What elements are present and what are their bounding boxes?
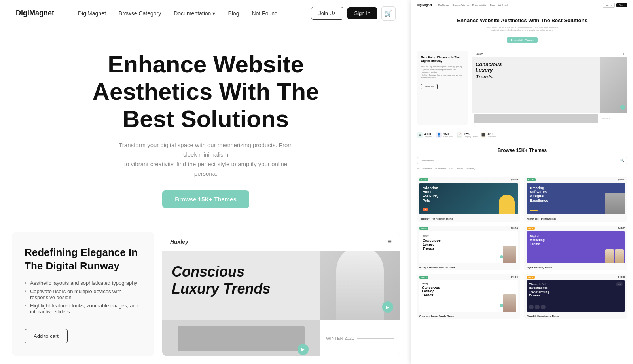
theme-card-agency[interactable]: Best Fit $49.00 CreatingSoftwares& Digit… xyxy=(524,177,627,222)
mini-stat-4k: ⬛ 4K+ Templates xyxy=(481,132,496,138)
mini-browse-section: Browse 15K+ Themes 🔍 All WordPress eComm… xyxy=(411,142,633,177)
mini-navigation: DigiMagnet DigiMagnet Browse Category Do… xyxy=(411,0,633,10)
feature-item: Aesthetic layouts and sophisticated typo… xyxy=(25,280,142,286)
theme-badge: Best Fit xyxy=(419,227,428,230)
stat-4k-num: 4K+ xyxy=(488,132,496,136)
mini-join-button[interactable]: Join Us xyxy=(603,3,615,8)
mini-browse-button[interactable]: Browse 15K+ Themes xyxy=(507,37,537,43)
mini-signin-button[interactable]: Sign In xyxy=(616,3,627,7)
mini-preview-bottom: WINTER 2021 —— xyxy=(472,113,627,125)
users-icon: 👤 xyxy=(436,132,442,138)
nav-link-browse[interactable]: Browse Category xyxy=(119,10,161,17)
theme-price: $49.00 xyxy=(618,178,625,181)
main-website-panel: DigiMagnet DigiMagnet Browse Category Do… xyxy=(0,0,411,364)
theme-name: Agency Pro – Digital Agency xyxy=(524,217,627,222)
chevron-down-icon: ▾ xyxy=(212,10,215,17)
join-us-button[interactable]: Join Us xyxy=(311,7,343,20)
theme-name: Conscious Luxury Trends Theme xyxy=(417,314,520,319)
mini-stats-row: ⊞ 4000+ Templates 👤 1M+ Active Users 📈 9… xyxy=(411,128,633,142)
add-to-cart-button[interactable]: Add to cart xyxy=(25,329,68,343)
filter-cms[interactable]: CMS xyxy=(449,167,453,170)
stat-users-num: 1M+ xyxy=(443,132,453,136)
cart-icon: 🛒 xyxy=(385,9,392,17)
luxury-dot xyxy=(500,304,503,307)
play-button[interactable]: ▶ xyxy=(298,344,309,355)
stat-growth-num: 92% xyxy=(464,132,478,136)
browse-themes-button[interactable]: Browse 15K+ Themes xyxy=(162,190,249,208)
mini-preview-card: Huxley ≡ ConsciousLuxuryTrends WINTER 20… xyxy=(472,51,627,125)
mini-stat-templates: ⊞ 4000+ Templates xyxy=(417,132,433,138)
portfolio-title: ConsciousLuxuryTrends xyxy=(423,239,515,250)
content-row: Redefining Elegance In The Digital Runwa… xyxy=(0,224,411,364)
mini-search-bar[interactable]: 🔍 xyxy=(417,157,627,164)
feature-item: Captivate users on multiple devices with… xyxy=(25,288,142,300)
hero-title: Enhance Website Aesthetics With The Best… xyxy=(67,51,344,133)
investment-badge: 120+ xyxy=(616,282,623,286)
mini-preview-body: ConsciousLuxuryTrends xyxy=(472,57,627,113)
mini-stat-growth: 📈 92% Company Growth xyxy=(457,132,478,138)
mini-feature: Captivate users on multiple devices with… xyxy=(421,68,464,73)
filter-beauty[interactable]: Beauty xyxy=(457,167,463,170)
mini-nav-actions: Join Us Sign In xyxy=(603,3,627,8)
mini-feature: Highlight featured looks, zoomable image… xyxy=(421,74,464,79)
theme-card-marketing[interactable]: Sale 2! $49.00 DigitalMarketingTheme Dig… xyxy=(524,226,627,270)
preview-person-image: ▶ xyxy=(320,251,400,320)
theme-preview-card: Huxley ≡ ConsciousLuxury Trends ▶ xyxy=(162,232,400,356)
nav-link-blog[interactable]: Blog xyxy=(228,10,239,17)
nav-link-documentation[interactable]: Documentation ▾ xyxy=(174,10,215,17)
nav-link-digimagnet[interactable]: DigiMagnet xyxy=(78,10,106,17)
sign-in-button[interactable]: Sign In xyxy=(347,7,377,19)
theme-price: $49.00 xyxy=(511,178,518,181)
mini-menu-icon: ≡ xyxy=(623,53,624,55)
mini-link: Not Found xyxy=(498,4,508,6)
theme-badge: Best Fit xyxy=(419,178,428,181)
filter-pharmacy[interactable]: Pharmacy xyxy=(466,167,475,170)
nav-link-notfound[interactable]: Not Found xyxy=(252,10,277,17)
investment-icons xyxy=(529,305,546,309)
preview-bottom-row: ▶ WINTER 2021 xyxy=(162,320,400,356)
mini-theme-grid: Best Fit $49.00 AdoptionHomeFor FurryPet… xyxy=(411,177,633,270)
cart-button[interactable]: 🛒 xyxy=(381,6,396,21)
stat-users-label: Active Users xyxy=(443,136,453,138)
preview-brand: Huxley xyxy=(170,239,188,245)
theme-badge: Best Fit xyxy=(527,178,536,181)
pet-adoption-preview: AdoptionHomeFor FurryPets 🏠 xyxy=(419,183,518,214)
nav-logo: DigiMagnet xyxy=(16,9,54,17)
stat-templates-num: 4000+ xyxy=(424,132,433,136)
mini-preview-person xyxy=(600,57,627,113)
theme-card-header: Best Fit $49.00 xyxy=(417,177,520,183)
filter-wordpress[interactable]: WordPress xyxy=(423,167,432,170)
mini-teal-dot xyxy=(620,105,625,110)
theme-price: $49.00 xyxy=(618,227,625,229)
right-thumbnail-panel: DigiMagnet DigiMagnet Browse Category Do… xyxy=(411,0,633,364)
preview-season: WINTER 2021 xyxy=(326,336,394,341)
theme-price: $49.00 xyxy=(618,276,625,278)
mini-theme-grid-row2: Best Fit $49.00 Huxley ConsciousLuxuryTr… xyxy=(411,274,633,319)
theme-price: $49.00 xyxy=(511,276,518,278)
luxury-person xyxy=(503,294,516,312)
preview-body: ConsciousLuxury Trends ▶ xyxy=(162,251,400,320)
teal-circle-accent: ▶ xyxy=(382,301,393,313)
mini-video-thumb xyxy=(474,114,598,123)
investment-title: ThoughtfulInvestments,TransformingDreams xyxy=(529,282,623,298)
marketing-persons xyxy=(605,249,624,263)
theme-badge: Sale 2! xyxy=(527,276,535,279)
mini-add-cart-button[interactable]: Add to cart xyxy=(421,84,438,89)
stat-templates-label: Templates xyxy=(424,136,433,138)
filter-ecommerce[interactable]: eCommerce xyxy=(435,167,446,170)
agency-preview: CreatingSoftwares& DigitalExcellence xyxy=(527,183,625,214)
theme-card-pet[interactable]: Best Fit $49.00 AdoptionHomeFor FurryPet… xyxy=(417,177,520,222)
theme-card-investment[interactable]: Sale 2! $49.00 ThoughtfulInvestments,Tra… xyxy=(524,274,627,319)
theme-preview: AdoptionHomeFor FurryPets 🏠 xyxy=(419,183,518,214)
theme-preview: CreatingSoftwares& DigitalExcellence xyxy=(527,183,625,214)
theme-preview: DigitalMarketingTheme xyxy=(527,231,625,263)
marketing-title: DigitalMarketingTheme xyxy=(530,235,622,246)
theme-card-luxury[interactable]: Best Fit $49.00 Huxley ConsciousLuxuryTr… xyxy=(417,274,520,319)
theme-card-portfolio[interactable]: Best Fit $49.00 Huxley ConsciousLuxuryTr… xyxy=(417,226,520,270)
product-card-title: Redefining Elegance In The Digital Runwa… xyxy=(25,246,142,273)
product-features: Aesthetic layouts and sophisticated typo… xyxy=(25,280,142,317)
stat-4k-label: Templates xyxy=(488,136,496,138)
mini-search-input[interactable] xyxy=(421,159,618,162)
filter-all[interactable]: All xyxy=(417,167,419,170)
mini-hero: Enhance Website Aesthetics With The Best… xyxy=(411,10,633,47)
